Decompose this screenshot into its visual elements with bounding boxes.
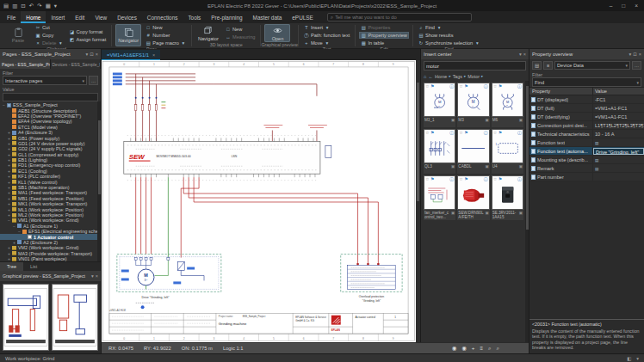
expand-icon[interactable]: +	[7, 169, 11, 174]
insert-item[interactable]: ☆⚑ⓘ M3~ M3▣	[457, 83, 489, 127]
camera-icon[interactable]: ▣	[485, 118, 488, 127]
pin-icon[interactable]: ⊡	[633, 52, 637, 57]
camera-icon[interactable]: ▣	[451, 164, 455, 174]
expand-icon[interactable]: +	[7, 136, 11, 141]
property-row[interactable]: Function text▤	[529, 138, 644, 147]
insert-item[interactable]: ☆⚑ⓘ SE.3RV2011-1AA15▣	[492, 175, 523, 220]
pin-icon[interactable]: ⊡	[90, 52, 94, 57]
tab-edit[interactable]: Edit	[70, 11, 90, 23]
multiline-edit-icon[interactable]: ▤	[595, 141, 598, 145]
graphical-preview-open-button[interactable]: Open	[264, 24, 290, 42]
camera-icon[interactable]: ▣	[451, 211, 455, 220]
insert-item[interactable]: ☆⚑ⓘ M3~ M6▣	[492, 83, 523, 127]
qa-print-icon[interactable]: ▦	[46, 3, 51, 9]
property-row[interactable]: DT (full)=VM1+A1-FC1	[529, 104, 644, 113]
synchronize-selection-button[interactable]: ↻Synchronize selection▾	[417, 40, 481, 46]
tab-tools[interactable]: Tools	[183, 11, 206, 23]
tab-file[interactable]: File	[2, 11, 21, 23]
expand-icon[interactable]: +	[7, 146, 11, 151]
favorite-icon[interactable]: ☆	[493, 131, 497, 135]
chevron-down-icon[interactable]: ▾	[629, 52, 631, 57]
property-row[interactable]: Mounting site (describ...▤	[529, 156, 644, 164]
tree-item[interactable]: +MA3 (Provide workpiece: Transport)	[0, 251, 101, 256]
expand-icon[interactable]: +	[7, 196, 11, 201]
favorite-icon[interactable]: ☆	[459, 84, 462, 89]
tab-pages[interactable]: Pages - ESS_Sample_Pro...	[0, 59, 51, 69]
insert-point-icon[interactable]: +	[472, 345, 475, 352]
favorite-icon[interactable]: ☆	[425, 177, 429, 181]
expand-icon[interactable]: +	[7, 201, 11, 206]
in-table-button[interactable]: ▦In table	[359, 40, 409, 46]
filter-select[interactable]: Interactive pages ▾	[3, 76, 87, 85]
tab-insert[interactable]: Insert	[46, 11, 70, 23]
property-row-selected[interactable]: Function text (automa...Drive "Grinding,…	[529, 147, 644, 156]
camera-icon[interactable]: ▣	[485, 211, 488, 220]
camera-icon[interactable]: ▣	[519, 118, 523, 127]
expand-icon[interactable]: +	[7, 190, 11, 195]
info-icon[interactable]: ⓘ	[484, 131, 488, 135]
tab-pre-planning[interactable]: Pre-planning	[206, 11, 247, 23]
status-menu-icon[interactable]: ▾	[636, 356, 639, 361]
layout-navigator-button[interactable]: Navigator	[195, 24, 221, 42]
bookmark-icon[interactable]: ⚑	[498, 131, 502, 135]
ribbon-search[interactable]: ⌕	[327, 13, 472, 21]
path-function-text-button[interactable]: ⓉPath: function text	[302, 32, 352, 39]
tree-item[interactable]: +VN01 (Paint workpiece)	[0, 256, 101, 261]
bookmark-icon[interactable]: ⚑	[430, 177, 434, 181]
insert-item[interactable]: ☆⚑ⓘ QL3▣	[424, 129, 455, 174]
property-scheme-select[interactable]: Device Data ▾	[554, 61, 630, 70]
property-row[interactable]: Connection point desi...L1¶T1¶L2¶T2¶L3¶T…	[529, 121, 644, 130]
chevron-down-icon[interactable]: ▾	[85, 52, 88, 57]
expand-icon[interactable]: +	[7, 152, 11, 157]
favorite-icon[interactable]: ☆	[459, 177, 462, 181]
tab-view[interactable]: View	[90, 11, 112, 23]
insert-item[interactable]: ☆⚑ⓘ M3~ M3_1▣	[424, 83, 455, 127]
favorite-icon[interactable]: ☆	[425, 84, 429, 89]
page-macro-button[interactable]: ▤Page macro▾	[144, 40, 188, 46]
insert-scrollbar[interactable]	[525, 81, 529, 342]
paste-button[interactable]: Paste	[5, 24, 31, 46]
info-icon[interactable]: ⓘ	[484, 177, 488, 181]
breadcrumb-tags[interactable]: Tags	[453, 74, 462, 79]
expand-icon[interactable]: +	[7, 180, 11, 185]
expand-icon[interactable]: +	[7, 157, 11, 163]
layer-icon[interactable]: ◧	[627, 356, 631, 361]
measuring-button[interactable]: ↔Measuring	[224, 34, 257, 40]
column-value[interactable]: Value	[593, 89, 644, 94]
back-icon[interactable]: ←	[428, 74, 433, 79]
assign-format-button[interactable]: ◩Assign format	[67, 36, 108, 43]
show-results-button[interactable]: ▤Show results	[417, 32, 481, 39]
tab-master-data[interactable]: Master data	[248, 11, 288, 23]
preview-page-thumbnail[interactable]	[52, 284, 98, 351]
expand-icon[interactable]: −	[7, 218, 11, 223]
qa-new-icon[interactable]: ▤	[3, 3, 9, 9]
info-icon[interactable]: ⓘ	[449, 177, 454, 181]
multiline-edit-icon[interactable]: ▤	[595, 158, 598, 163]
favorite-icon[interactable]: ☆	[493, 84, 497, 89]
copy-format-button[interactable]: ◪Copy format	[67, 28, 108, 35]
zoom-in-icon[interactable]: ⌕	[488, 345, 491, 352]
bookmark-icon[interactable]: ⚑	[464, 84, 468, 89]
close-panel-icon[interactable]: ×	[639, 52, 641, 57]
find-button[interactable]: ⌕Find▾	[417, 24, 481, 31]
multiline-edit-icon[interactable]: ▤	[595, 167, 598, 171]
expand-icon[interactable]: −	[17, 229, 22, 234]
close-tab-icon[interactable]: ×	[152, 52, 155, 58]
tab-devices-panel[interactable]: Devices - ESS_Sample_Pr...	[51, 59, 102, 69]
expand-icon[interactable]: +	[7, 251, 11, 256]
bookmark-icon[interactable]: ⚑	[430, 131, 434, 135]
info-icon[interactable]: ⓘ	[484, 84, 488, 89]
maximize-icon[interactable]: □	[622, 3, 625, 9]
close-panel-icon[interactable]: ×	[96, 52, 98, 57]
property-row[interactable]: Remark▤	[529, 164, 644, 173]
expand-icon[interactable]: +	[7, 207, 11, 212]
close-panel-icon[interactable]: ×	[523, 52, 526, 57]
expand-icon[interactable]: +	[7, 256, 11, 261]
move-button[interactable]: +Move▾	[302, 40, 352, 46]
info-icon[interactable]: ⓘ	[517, 131, 522, 135]
tab-connections[interactable]: Connections	[142, 11, 183, 23]
info-icon[interactable]: ⓘ	[517, 84, 522, 89]
chevron-down-icon[interactable]: ▾	[519, 52, 522, 57]
breadcrumb-motor[interactable]: Motor	[468, 74, 480, 79]
property-row[interactable]: Technical characteristics10 - 16 A	[529, 130, 644, 138]
